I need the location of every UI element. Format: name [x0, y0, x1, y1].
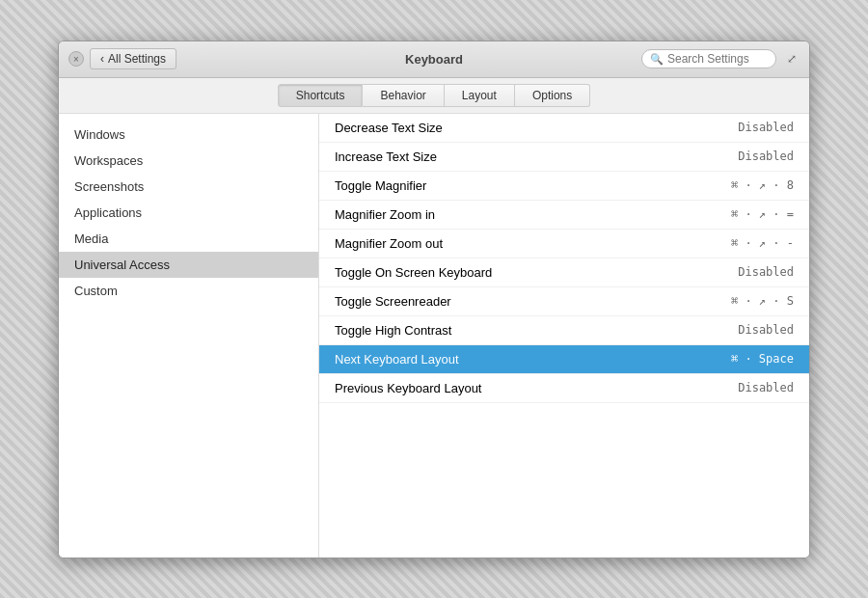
- tab-shortcuts[interactable]: Shortcuts: [278, 84, 364, 107]
- shortcut-row-increase-text[interactable]: Increase Text Size Disabled: [319, 143, 809, 172]
- window-title: Keyboard: [405, 52, 463, 67]
- shortcut-row-magnifier-zoom-out[interactable]: Magnifier Zoom out ⌘ · ↗ · -: [319, 230, 809, 258]
- shortcut-row-prev-layout[interactable]: Previous Keyboard Layout Disabled: [319, 374, 809, 403]
- shortcut-row-next-layout[interactable]: Next Keyboard Layout ⌘ · Space: [319, 345, 809, 374]
- shortcuts-panel: Decrease Text Size Disabled Increase Tex…: [319, 114, 809, 557]
- shortcut-row-decrease-text[interactable]: Decrease Text Size Disabled: [319, 114, 809, 143]
- sidebar-item-applications[interactable]: Applications: [59, 200, 318, 226]
- tab-behavior[interactable]: Behavior: [363, 84, 444, 107]
- search-input[interactable]: [667, 52, 768, 66]
- shortcut-row-toggle-screenreader[interactable]: Toggle Screenreader ⌘ · ↗ · S: [319, 287, 809, 316]
- shortcut-row-toggle-magnifier[interactable]: Toggle Magnifier ⌘ · ↗ · 8: [319, 172, 809, 201]
- sidebar-item-media[interactable]: Media: [59, 226, 318, 252]
- shortcut-row-toggle-contrast[interactable]: Toggle High Contrast Disabled: [319, 316, 809, 345]
- tab-layout[interactable]: Layout: [445, 84, 515, 107]
- titlebar: × ‹ All Settings Keyboard 🔍 ⤢: [59, 41, 809, 78]
- expand-button[interactable]: ⤢: [784, 51, 800, 67]
- close-button[interactable]: ×: [68, 51, 84, 67]
- sidebar-item-workspaces[interactable]: Workspaces: [59, 148, 318, 174]
- sidebar: Windows Workspaces Screenshots Applicati…: [59, 114, 319, 557]
- sidebar-item-windows[interactable]: Windows: [59, 122, 318, 148]
- shortcut-row-toggle-osk[interactable]: Toggle On Screen Keyboard Disabled: [319, 258, 809, 287]
- back-button[interactable]: ‹ All Settings: [90, 48, 176, 69]
- shortcut-row-magnifier-zoom-in[interactable]: Magnifier Zoom in ⌘ · ↗ · =: [319, 201, 809, 230]
- sidebar-item-screenshots[interactable]: Screenshots: [59, 174, 318, 200]
- sidebar-item-universal-access[interactable]: Universal Access: [59, 252, 318, 278]
- search-box[interactable]: 🔍: [641, 49, 776, 68]
- chevron-left-icon: ‹: [100, 52, 104, 66]
- tabs-bar: Shortcuts Behavior Layout Options: [59, 78, 809, 114]
- tab-options[interactable]: Options: [515, 84, 590, 107]
- content-area: Windows Workspaces Screenshots Applicati…: [59, 114, 809, 557]
- sidebar-item-custom[interactable]: Custom: [59, 278, 318, 304]
- main-window: × ‹ All Settings Keyboard 🔍 ⤢ Shortcuts …: [58, 41, 810, 558]
- search-icon: 🔍: [650, 53, 664, 66]
